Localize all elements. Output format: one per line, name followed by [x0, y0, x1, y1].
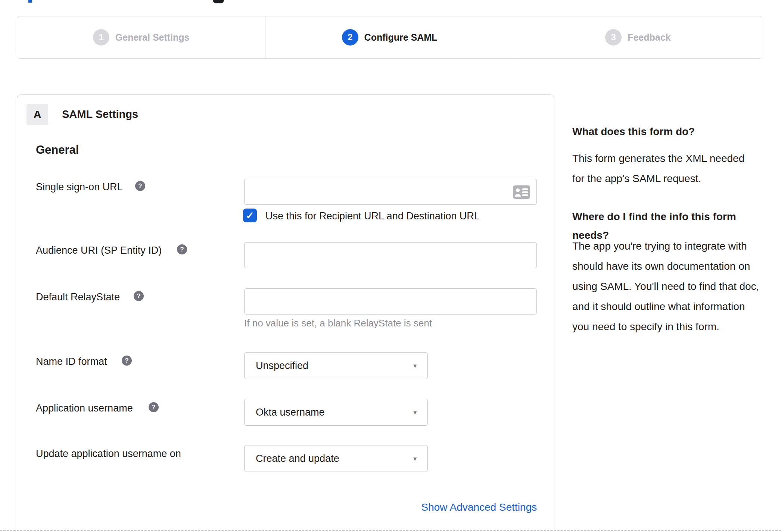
- default-relaystate-help-icon[interactable]: ?: [134, 291, 144, 301]
- section-a-badge: A: [27, 104, 48, 125]
- step-label: Feedback: [628, 32, 670, 43]
- chevron-down-icon: ▼: [412, 456, 418, 462]
- section-dashed-divider: [0, 530, 781, 531]
- general-section-heading: General: [36, 143, 79, 157]
- step-number-badge: 2: [342, 29, 358, 46]
- chevron-down-icon: ▼: [412, 363, 418, 369]
- name-id-format-help-icon[interactable]: ?: [122, 356, 132, 366]
- application-username-select[interactable]: Okta username ▼: [244, 399, 428, 426]
- application-username-help-icon[interactable]: ?: [149, 402, 159, 412]
- show-advanced-settings-link[interactable]: Show Advanced Settings: [244, 501, 537, 513]
- sso-url-label: Single sign-on URL: [36, 181, 123, 193]
- default-relaystate-input[interactable]: [244, 288, 537, 314]
- step-feedback[interactable]: 3 Feedback: [514, 16, 762, 58]
- saml-settings-panel: A SAML Settings General Single sign-on U…: [17, 94, 554, 532]
- name-id-format-label: Name ID format: [36, 356, 107, 367]
- sidebar-paragraph-what: This form generates the XML needed for t…: [572, 148, 751, 189]
- step-general-settings[interactable]: 1 General Settings: [17, 16, 265, 58]
- application-username-value: Okta username: [256, 407, 325, 418]
- sso-url-input[interactable]: [244, 179, 537, 205]
- relaystate-hint: If no value is set, a blank RelayState i…: [244, 317, 432, 329]
- step-label: Configure SAML: [364, 32, 438, 43]
- sidebar-heading-what: What does this form do?: [572, 122, 759, 141]
- audience-uri-help-icon[interactable]: ?: [177, 244, 187, 254]
- step-configure-saml[interactable]: 2 Configure SAML: [265, 16, 513, 58]
- update-username-value: Create and update: [256, 453, 339, 464]
- update-username-label: Update application username on: [36, 448, 181, 460]
- audience-uri-label: Audience URI (SP Entity ID): [36, 245, 162, 256]
- chevron-down-icon: ▼: [412, 409, 418, 416]
- audience-uri-input[interactable]: [244, 242, 537, 268]
- sso-url-help-icon[interactable]: ?: [135, 181, 145, 191]
- name-id-format-value: Unspecified: [256, 360, 308, 372]
- clipped-app-logo-fragment: [213, 0, 224, 3]
- step-label: General Settings: [115, 32, 190, 43]
- update-username-select[interactable]: Create and update ▼: [244, 445, 428, 472]
- sidebar-paragraph-where: The app you're trying to integrate with …: [572, 236, 761, 337]
- step-number-badge: 3: [605, 29, 622, 46]
- wizard-stepper: 1 General Settings 2 Configure SAML 3 Fe…: [17, 16, 762, 59]
- clipped-header-text-fragment: [28, 0, 32, 3]
- recipient-url-checkbox-label: Use this for Recipient URL and Destinati…: [265, 210, 480, 222]
- default-relaystate-label: Default RelayState: [36, 291, 120, 303]
- panel-title: SAML Settings: [62, 108, 138, 121]
- step-number-badge: 1: [93, 29, 109, 46]
- recipient-url-checkbox[interactable]: ✓: [243, 209, 257, 222]
- name-id-format-select[interactable]: Unspecified ▼: [244, 352, 428, 379]
- application-username-label: Application username: [36, 403, 133, 414]
